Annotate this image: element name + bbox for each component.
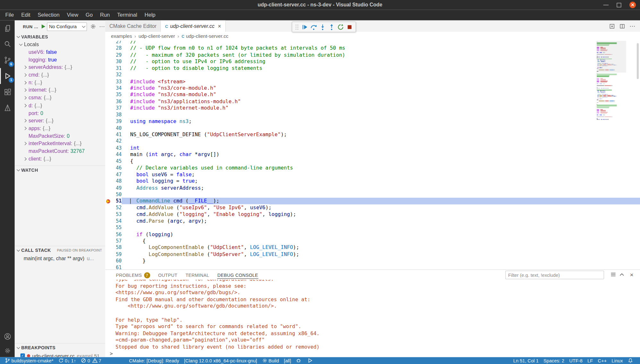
- breakpoint-checkbox[interactable]: ✓: [21, 353, 25, 357]
- tab-cmake-cache-editor[interactable]: CMake Cache Editor: [105, 21, 161, 32]
- menu-run[interactable]: Run: [97, 10, 114, 21]
- code-line[interactable]: 61: [105, 264, 640, 269]
- code-line[interactable]: 38: [105, 112, 640, 118]
- status-cmake-kit[interactable]: [Clang 12.0.0 x86_64-pc-linux-gnu]: [181, 357, 259, 364]
- console-options-icon[interactable]: [610, 271, 616, 277]
- continue-icon[interactable]: [300, 22, 309, 31]
- code-line[interactable]: 57 {: [105, 238, 640, 244]
- code-line[interactable]: 60 }: [105, 258, 640, 264]
- breadcrumb-file[interactable]: udp-client-server.cc: [186, 33, 228, 39]
- status-indentation[interactable]: Spaces: 2: [541, 357, 567, 364]
- status-encoding[interactable]: UTF-8: [567, 357, 585, 364]
- stack-frame[interactable]: main(int argc, char ** argv) u...: [15, 254, 105, 262]
- variable-row[interactable]: port:0: [15, 109, 105, 117]
- variable-row[interactable]: d:{...}: [15, 102, 105, 109]
- code-line[interactable]: 58 LogComponentEnable ("UdpClient", LOG_…: [105, 244, 640, 251]
- code-editor[interactable]: 27//28// - UDP flow from n0 to n1 of 102…: [105, 41, 640, 269]
- status-git-sync[interactable]: 0↓ 1↑: [56, 357, 79, 364]
- close-panel-icon[interactable]: ×: [630, 271, 633, 277]
- scope-locals[interactable]: Locals: [15, 41, 105, 48]
- breadcrumb-udp-client-server[interactable]: udp-client-server: [139, 33, 175, 39]
- code-line[interactable]: 31// - option to disable logging stateme…: [105, 65, 640, 72]
- debug-console-input[interactable]: >: [105, 350, 640, 357]
- code-line[interactable]: 30// - option to use IPv4 or IPv6 addres…: [105, 58, 640, 65]
- status-os[interactable]: Linux: [609, 357, 625, 364]
- variable-row[interactable]: maxPacketCount:32767: [15, 147, 105, 155]
- menu-go[interactable]: Go: [82, 10, 97, 21]
- status-cmake-launch[interactable]: [305, 357, 316, 364]
- expand-chevron-icon[interactable]: [24, 142, 29, 145]
- breadcrumb-examples[interactable]: examples: [111, 33, 132, 39]
- tab-terminal[interactable]: TERMINAL: [185, 271, 209, 278]
- console-filter-input[interactable]: [505, 271, 604, 279]
- code-line[interactable]: 51 CommandLine cmd (__FILE__);: [105, 198, 640, 204]
- code-line[interactable]: 40: [105, 125, 640, 131]
- menu-file[interactable]: File: [2, 10, 18, 21]
- search-icon[interactable]: [0, 36, 15, 52]
- step-into-icon[interactable]: [318, 22, 327, 31]
- breakpoint-item[interactable]: ✓ udp-client-server.cc exampl... 51: [15, 352, 105, 357]
- variables-header[interactable]: VARIABLES: [15, 33, 105, 41]
- variable-row[interactable]: MaxPacketSize:0: [15, 132, 105, 140]
- variable-row[interactable]: serverAddress:{...}: [15, 64, 105, 71]
- variable-row[interactable]: interPacketInterval:{...}: [15, 140, 105, 147]
- step-over-icon[interactable]: [309, 22, 318, 31]
- status-cmake-target[interactable]: [all]: [282, 357, 294, 364]
- code-line[interactable]: 56 if (logging): [105, 231, 640, 238]
- code-line[interactable]: 35#include "ns3/csma-module.h": [105, 91, 640, 98]
- expand-chevron-icon[interactable]: [24, 66, 29, 69]
- variable-row[interactable]: apps:{...}: [15, 125, 105, 132]
- code-line[interactable]: 53 cmd.AddValue ("logging", "Enable logg…: [105, 211, 640, 218]
- status-problems[interactable]: 07: [79, 357, 104, 364]
- code-line[interactable]: 28// - UDP flow from n0 to n1 of 1024 by…: [105, 45, 640, 52]
- expand-chevron-icon[interactable]: [24, 74, 29, 76]
- cmake-tools-icon[interactable]: [0, 100, 15, 116]
- menu-selection[interactable]: Selection: [34, 10, 63, 21]
- code-line[interactable]: 49 Address serverAddress;: [105, 185, 640, 191]
- code-line[interactable]: 37#include "ns3/internet-module.h": [105, 105, 640, 112]
- status-cursor-position[interactable]: Ln 51, Col 1: [511, 357, 541, 364]
- variable-row[interactable]: cmd:{...}: [15, 71, 105, 79]
- code-line[interactable]: 34#include "ns3/core-module.h": [105, 85, 640, 92]
- code-line[interactable]: 36#include "ns3/applications-module.h": [105, 98, 640, 105]
- tab-debug-console[interactable]: DEBUG CONSOLE: [217, 271, 259, 278]
- expand-chevron-icon[interactable]: [24, 127, 29, 130]
- explorer-icon[interactable]: [0, 21, 15, 37]
- step-out-icon[interactable]: [327, 22, 336, 31]
- restart-icon[interactable]: [336, 22, 345, 31]
- code-line[interactable]: 39using namespace ns3;: [105, 118, 640, 125]
- more-actions-icon[interactable]: ⋯: [629, 22, 636, 30]
- variable-row[interactable]: client:{...}: [15, 155, 105, 163]
- code-line[interactable]: 45{: [105, 158, 640, 165]
- account-icon[interactable]: [0, 328, 15, 344]
- close-button[interactable]: ✕: [629, 2, 636, 8]
- tab-udp-client-server[interactable]: C udp-client-server.cc ×: [161, 21, 226, 32]
- code-line[interactable]: 27//: [105, 41, 640, 45]
- expand-chevron-icon[interactable]: [24, 120, 29, 122]
- code-line[interactable]: 52 cmd.AddValue ("useIpv6", "Use Ipv6", …: [105, 204, 640, 211]
- variable-row[interactable]: csma:{...}: [15, 94, 105, 102]
- status-eol[interactable]: LF: [585, 357, 595, 364]
- variable-row[interactable]: logging:true: [15, 56, 105, 64]
- status-language[interactable]: C++: [595, 357, 609, 364]
- more-actions-icon[interactable]: ⋯: [99, 23, 105, 30]
- variable-row[interactable]: server:{...}: [15, 117, 105, 125]
- status-cmake-build[interactable]: Build: [260, 357, 282, 364]
- minimize-button[interactable]: —: [603, 3, 609, 7]
- debug-console-output[interactable]: Type "show configuration" for configurat…: [105, 280, 640, 350]
- code-line[interactable]: 59 LogComponentEnable ("UdpServer", LOG_…: [105, 251, 640, 258]
- menu-edit[interactable]: Edit: [18, 10, 34, 21]
- variable-row[interactable]: n:{...}: [15, 79, 105, 87]
- split-editor-icon[interactable]: [619, 23, 625, 29]
- vertical-scrollbar[interactable]: [637, 43, 639, 79]
- code-line[interactable]: 42: [105, 138, 640, 145]
- code-line[interactable]: 50: [105, 191, 640, 198]
- status-git-branch[interactable]: buildsystem-cmake*: [3, 357, 56, 364]
- watch-header[interactable]: WATCH: [15, 165, 105, 174]
- launch-configuration-dropdown[interactable]: No Configura: [47, 22, 87, 31]
- minimap-slider[interactable]: [597, 41, 626, 72]
- drag-handle-icon[interactable]: [295, 24, 299, 30]
- code-line[interactable]: 33#include <fstream>: [105, 78, 640, 85]
- expand-chevron-icon[interactable]: [24, 97, 29, 99]
- start-debugging-icon[interactable]: [42, 24, 45, 29]
